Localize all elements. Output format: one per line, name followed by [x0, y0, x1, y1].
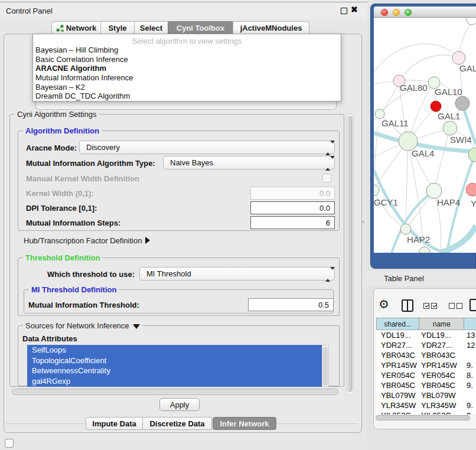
- tab-network[interactable]: Network: [51, 21, 101, 34]
- select-all-icon-2[interactable]: [431, 303, 437, 309]
- node-label-swi4: SWI4: [450, 135, 472, 145]
- node-gray[interactable]: [455, 96, 470, 110]
- data-attributes-label: Data Attributes: [22, 334, 77, 343]
- popup-item-aracne[interactable]: ARACNE Algorithm: [33, 64, 341, 73]
- table-row[interactable]: YIL052CYIL052C9.: [376, 410, 476, 415]
- hub-definition-expander[interactable]: Hub/Transcription Factor Definition: [24, 236, 150, 245]
- attr-item-betweennesscentrality[interactable]: BetweennessCentrality: [27, 366, 322, 376]
- combo-updown-icon: [325, 159, 330, 168]
- table-panel-title: Table Panel: [384, 274, 424, 283]
- network-graph[interactable]: GAL GAL80 GAL10 GAL11 GAL1 SWI4 GAL4 GCY…: [374, 18, 476, 253]
- attr-item-selfloops[interactable]: SelfLoops: [27, 345, 322, 356]
- mi-type-label: Mutual Information Algorithm Type:: [26, 159, 155, 168]
- node-label-y-partial: Y: [471, 198, 476, 208]
- node-label-gal1: GAL1: [438, 111, 460, 121]
- cell: YBR043C: [419, 350, 465, 360]
- popup-item-dream8[interactable]: Dream8 DC_TDC Algorithm: [33, 92, 341, 101]
- tab-style[interactable]: Style: [100, 21, 135, 34]
- kernel-width-field[interactable]: 0.0: [250, 187, 335, 200]
- dpi-tolerance-field[interactable]: 0.0: [250, 201, 335, 214]
- attr-item-topologicalcoefficient[interactable]: TopologicalCoefficient: [27, 356, 322, 366]
- mi-steps-field[interactable]: 6: [250, 216, 335, 229]
- cell: 13: [465, 330, 476, 340]
- attr-item-gal4rgexp[interactable]: gal4RGexp: [27, 376, 322, 387]
- aracne-mode-select[interactable]: Discovery: [79, 141, 335, 154]
- mi-type-select[interactable]: Naive Bayes: [163, 156, 335, 169]
- node-gcy1[interactable]: [374, 185, 379, 195]
- table-row[interactable]: YER054CYER054C8.: [376, 370, 476, 380]
- select-all-icon[interactable]: [423, 303, 429, 309]
- node-label-gal10: GAL10: [435, 87, 462, 97]
- node-pink-right[interactable]: [466, 183, 476, 196]
- cyni-settings-group-title: Cyni Algorithm Settings: [15, 110, 99, 119]
- manual-kernel-checkbox[interactable]: [322, 174, 331, 182]
- popup-item-bayesian-hill-climbing[interactable]: Bayesian – Hill Climbing: [33, 45, 341, 55]
- node-gal-partial[interactable]: [452, 51, 465, 64]
- node-partial-top[interactable]: [467, 18, 476, 25]
- node-red-selected[interactable]: [431, 101, 441, 112]
- table-row[interactable]: YBL079WYBL079W: [376, 390, 476, 400]
- float-panel-icon[interactable]: [341, 8, 347, 14]
- node-hap4[interactable]: [426, 183, 442, 198]
- attributes-scrollbar[interactable]: [322, 345, 329, 387]
- attributes-scrollbar-thumb[interactable]: [323, 347, 328, 386]
- table-row[interactable]: YBR043CYBR043C: [376, 350, 476, 360]
- node-partial-bottom[interactable]: [419, 247, 430, 253]
- cell: 9.: [465, 410, 476, 415]
- popup-item-bayesian-k2[interactable]: Bayesian – K2: [33, 83, 341, 92]
- tab-jactivemnodules[interactable]: jActiveMNodules: [233, 21, 309, 34]
- mi-steps-label: Mutual Information Steps:: [26, 219, 120, 227]
- column-header-partial[interactable]: [464, 318, 476, 330]
- close-panel-icon[interactable]: ✖: [351, 5, 358, 14]
- tab-infer-network[interactable]: Infer Network: [213, 417, 276, 430]
- tab-infer-network-label: Infer Network: [220, 419, 269, 428]
- unselect-all-icon-2[interactable]: [457, 303, 462, 309]
- settings-vscrollbar[interactable]: [346, 113, 354, 396]
- minimize-window-icon[interactable]: [393, 9, 400, 16]
- network-window-titlebar[interactable]: [374, 6, 476, 18]
- table-row[interactable]: YDL19...YDL19...13: [376, 330, 476, 340]
- popup-item-mutual-information[interactable]: Mutual Information Inference: [33, 73, 341, 83]
- minimized-panel-grip[interactable]: [5, 439, 14, 448]
- zoom-window-icon[interactable]: [405, 9, 412, 16]
- node-gal1[interactable]: [443, 121, 457, 135]
- gear-icon[interactable]: ⚙: [379, 297, 389, 311]
- settings-vscrollbar-thumb[interactable]: [347, 116, 353, 392]
- function-builder-icon[interactable]: [470, 299, 476, 311]
- control-panel-titlebar: [0, 0, 367, 19]
- tab-discretize-data-label: Discretize Data: [149, 419, 204, 428]
- which-threshold-label: Which threshold to use:: [47, 270, 135, 279]
- cell: YPR145W: [376, 360, 419, 370]
- popup-item-basic-correlation[interactable]: Basic Correlation Inference: [33, 55, 341, 64]
- column-header-name[interactable]: name: [419, 318, 464, 330]
- table-row[interactable]: YPR145WYPR145W9.: [376, 360, 476, 370]
- column-header-shared-name[interactable]: shared...: [377, 318, 419, 330]
- tab-discretize-data[interactable]: Discretize Data: [142, 417, 212, 430]
- table-header: shared... name: [376, 318, 476, 330]
- network-canvas[interactable]: GAL GAL80 GAL10 GAL11 GAL1 SWI4 GAL4 GCY…: [374, 18, 476, 253]
- mi-type-value: Naive Bayes: [170, 158, 213, 167]
- cell: YDR27...: [419, 340, 465, 350]
- table-row[interactable]: YDR27...YDR27...12: [376, 340, 476, 350]
- node-label-gcy1: GCY1: [374, 197, 398, 207]
- tab-cyni-toolbox[interactable]: Cyni Toolbox: [168, 21, 233, 34]
- node-hap2[interactable]: [400, 224, 411, 234]
- node-gal11[interactable]: [375, 109, 384, 119]
- unselect-all-icon[interactable]: [449, 303, 455, 309]
- mi-threshold-field[interactable]: 0.5: [248, 298, 334, 311]
- settings-hscrollbar-thumb[interactable]: [12, 389, 338, 395]
- table-row[interactable]: YLR345WYLR345W9.: [376, 400, 476, 410]
- node-label-gal-partial: GAL: [459, 63, 476, 73]
- apply-button[interactable]: Apply: [159, 398, 200, 411]
- mi-threshold-group-title: MI Threshold Definition: [29, 285, 119, 294]
- which-threshold-select[interactable]: MI Threshold: [139, 267, 335, 281]
- close-window-icon[interactable]: [381, 9, 388, 16]
- cell: 9.: [465, 360, 476, 370]
- table-row[interactable]: YBR045CYBR045C9.: [376, 380, 476, 390]
- show-columns-icon[interactable]: [402, 299, 413, 312]
- sources-group-title[interactable]: Sources for Network Inference: [23, 321, 142, 330]
- tab-select[interactable]: Select: [134, 21, 168, 34]
- table-hscrollbar-thumb[interactable]: [376, 415, 470, 420]
- panel-collapse-handle[interactable]: ‹: [362, 217, 364, 226]
- tab-impute-data[interactable]: Impute Data: [86, 417, 143, 430]
